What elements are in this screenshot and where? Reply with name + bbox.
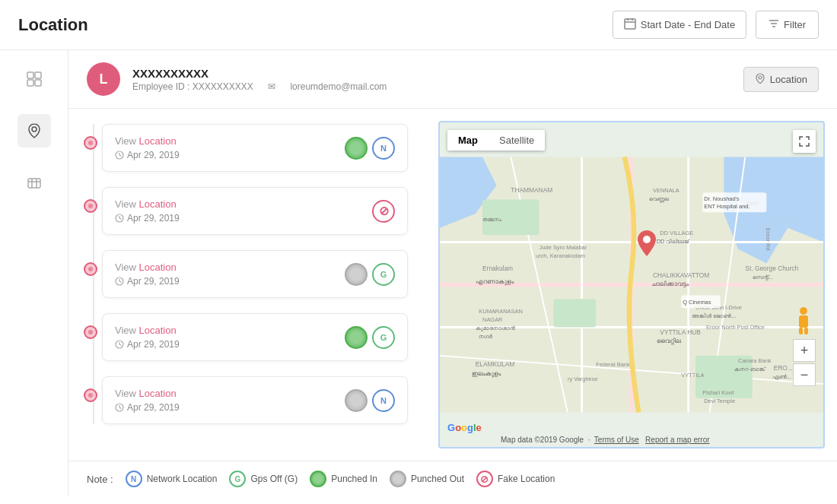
svg-text:ഏൺ...: ഏൺ... — [772, 373, 791, 380]
map-tab-satellite[interactable]: Satellite — [489, 130, 545, 151]
badge-g: G — [372, 326, 395, 349]
date-range-label: Start Date - End Date — [641, 19, 735, 30]
note-badge-g: G — [229, 471, 246, 487]
svg-text:VYTTILA: VYTTILA — [681, 372, 704, 379]
card-link-text[interactable]: Location — [139, 388, 177, 399]
map-data-credit: Map data ©2019 Google · Terms of Use Rep… — [501, 436, 710, 444]
filter-icon — [769, 18, 779, 31]
card-badges: G — [345, 326, 395, 349]
note-punched-out: Punched Out — [390, 471, 464, 487]
svg-text:വെണ്ണല: വെണ്ണല — [649, 195, 669, 203]
sidebar-people-icon[interactable] — [18, 166, 51, 199]
svg-text:Ernakulam: Ernakulam — [482, 265, 513, 272]
svg-text:DD VILLAGE: DD VILLAGE — [660, 230, 693, 236]
svg-text:Devi Temple: Devi Temple — [704, 398, 735, 404]
note-network-label: Network Location — [147, 474, 218, 484]
svg-text:THAMMANAM: THAMMANAM — [511, 186, 552, 194]
zoom-out-button[interactable]: − — [793, 363, 816, 386]
card-date: Apr 29, 2019 — [127, 213, 180, 223]
date-range-button[interactable]: Start Date - End Date — [613, 11, 746, 39]
zoom-in-button[interactable]: + — [793, 339, 816, 362]
note-badge-pi — [310, 471, 326, 487]
timeline-dot — [84, 325, 97, 339]
notes-bar: Note : N Network Location G Gps Off (G) … — [68, 461, 837, 496]
svg-rect-0 — [625, 19, 635, 29]
svg-line-20 — [119, 155, 122, 157]
card-left: View Location Apr 29, 2019 — [115, 262, 180, 287]
svg-text:KUMARANASAN: KUMARANASAN — [479, 308, 523, 315]
card-link-text[interactable]: Location — [139, 262, 177, 273]
svg-rect-92 — [799, 315, 808, 328]
employee-info: XXXXXXXXXX Employee ID : XXXXXXXXXX ✉ lo… — [132, 67, 731, 92]
svg-text:ചാലിക്കാവട്ടം: ചാലിക്കാവട്ടം — [651, 280, 689, 287]
card-link-text[interactable]: Location — [139, 135, 177, 147]
svg-rect-12 — [28, 179, 40, 188]
card-link: View Location — [115, 262, 180, 273]
svg-text:VYTTILA HUB: VYTTILA HUB — [660, 328, 701, 336]
card-link: View Location — [115, 198, 180, 210]
svg-text:Eroor Rd: Eroor Rd — [765, 228, 772, 251]
badge-fake: ⊘ — [372, 200, 395, 223]
svg-text:CHALIKKAVATTOM: CHALIKKAVATTOM — [653, 271, 709, 279]
sidebar-grid-icon[interactable] — [18, 62, 51, 96]
svg-text:ENT Hospital and.: ENT Hospital and. — [704, 203, 749, 210]
badge-punchedin — [345, 137, 368, 160]
card-badges: N — [345, 137, 395, 160]
svg-text:സെന്റ്...: സെന്റ്... — [753, 274, 773, 281]
svg-text:Dr. Noushad's: Dr. Noushad's — [704, 195, 740, 202]
timeline: View Location Apr 29, 2019 N — [87, 124, 408, 424]
sidebar-location-icon[interactable] — [18, 114, 51, 147]
filter-button[interactable]: Filter — [756, 11, 819, 39]
map-data-text: Map data ©2019 Google — [501, 436, 584, 444]
employee-header: L XXXXXXXXXX Employee ID : XXXXXXXXXX ✉ … — [68, 50, 837, 109]
map-pegman[interactable] — [793, 306, 814, 337]
svg-text:Pishari Kovil: Pishari Kovil — [702, 389, 734, 396]
top-bar-right: Start Date - End Date Filter — [613, 11, 819, 39]
svg-text:Canara Bank: Canara Bank — [738, 357, 772, 364]
notes-label: Note : — [87, 474, 113, 485]
employee-id: Employee ID : XXXXXXXXXX — [132, 81, 253, 92]
timeline-card: View Location Apr 29, 2019 N — [102, 124, 408, 172]
timeline-card: View Location Apr 29, 2019 N — [102, 376, 408, 424]
map-terms[interactable]: Terms of Use — [594, 436, 639, 444]
svg-text:Federal Bank: Federal Bank — [596, 361, 630, 368]
card-time: Apr 29, 2019 — [115, 276, 180, 287]
card-link: View Location — [115, 388, 180, 399]
svg-text:DD വില്ലേജ്: DD വില്ലേജ് — [657, 238, 691, 245]
card-link-text[interactable]: Location — [139, 198, 177, 210]
svg-point-17 — [88, 141, 93, 145]
timeline-panel: View Location Apr 29, 2019 N — [68, 109, 426, 461]
card-badges: G — [345, 263, 395, 286]
map-report[interactable]: Report a map error — [645, 436, 709, 444]
svg-text:കുമാരനാശാൻ: കുമാരനാശാൻ — [476, 325, 515, 332]
top-bar: Location Start Date - End Date — [0, 0, 837, 50]
employee-name: XXXXXXXXXX — [132, 67, 731, 80]
badge-punchedout — [345, 263, 368, 286]
page-title: Location — [18, 15, 88, 35]
svg-rect-7 — [27, 72, 33, 78]
svg-text:Q Cinemas: Q Cinemas — [683, 299, 711, 306]
map-zoom-controls: + − — [793, 339, 816, 386]
content-area: L XXXXXXXXXX Employee ID : XXXXXXXXXX ✉ … — [68, 50, 837, 496]
svg-text:നഗർ: നഗർ — [479, 333, 492, 340]
map-tab-map[interactable]: Map — [447, 130, 489, 151]
badge-g: G — [372, 263, 395, 286]
map-location-pin — [638, 230, 656, 258]
svg-text:ഇലംകുളം: ഇലംകുളം — [472, 369, 501, 378]
map-panel: THAMMANAM തമ്മനം Ernakulam എറണാകുളം KUMA… — [426, 109, 837, 461]
main-layout: L XXXXXXXXXX Employee ID : XXXXXXXXXX ✉ … — [0, 50, 837, 496]
card-date: Apr 29, 2019 — [127, 339, 180, 350]
location-badge-label: Location — [770, 74, 807, 85]
svg-rect-94 — [804, 328, 808, 334]
card-link-text[interactable]: Location — [139, 325, 177, 336]
svg-point-16 — [759, 76, 762, 79]
map-fullscreen-button[interactable] — [793, 130, 816, 153]
filter-label: Filter — [784, 19, 806, 30]
main-content: View Location Apr 29, 2019 N — [68, 109, 837, 461]
svg-text:urch, Karanakodam: urch, Karanakodam — [536, 252, 585, 259]
badge-punchedout — [345, 389, 368, 412]
location-badge-button[interactable]: Location — [743, 67, 819, 92]
svg-point-11 — [32, 127, 37, 132]
svg-text:NAGAR: NAGAR — [482, 316, 503, 323]
card-time: Apr 29, 2019 — [115, 213, 180, 223]
